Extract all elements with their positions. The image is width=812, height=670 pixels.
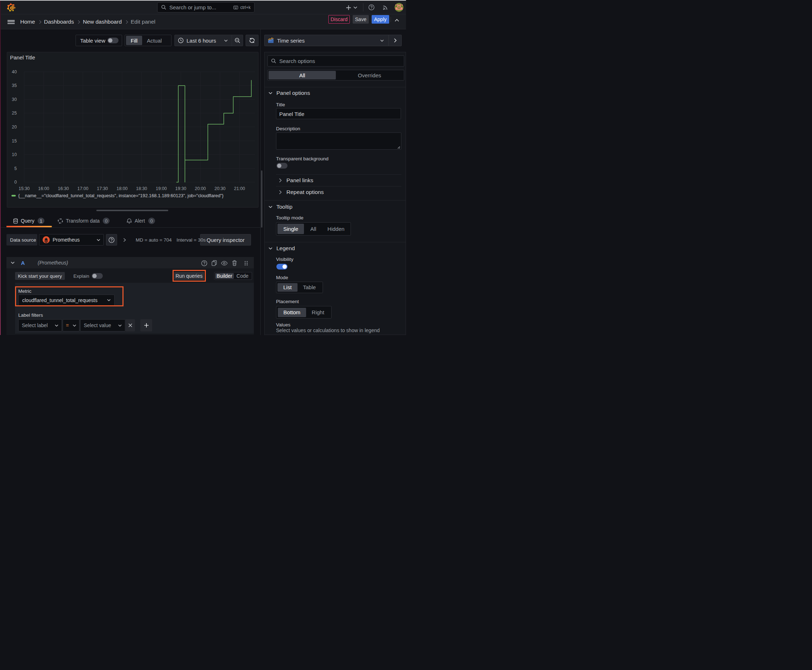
svg-text:16:00: 16:00 [38,186,49,191]
svg-text:10: 10 [12,152,17,157]
svg-text:20:00: 20:00 [195,186,206,191]
svg-text:5: 5 [14,166,17,171]
svg-text:15: 15 [12,139,17,144]
svg-text:16:30: 16:30 [58,186,69,191]
svg-text:15:30: 15:30 [19,186,30,191]
svg-text:18:00: 18:00 [117,186,128,191]
svg-text:{__name__="cloudflared_tunnel_: {__name__="cloudflared_tunnel_total_requ… [18,193,224,198]
svg-text:35: 35 [12,83,17,88]
svg-text:17:30: 17:30 [97,186,108,191]
svg-text:25: 25 [12,111,17,116]
svg-text:0: 0 [14,180,17,185]
svg-text:21:00: 21:00 [234,186,245,191]
svg-text:17:00: 17:00 [77,186,88,191]
svg-text:40: 40 [12,69,17,74]
svg-text:18:30: 18:30 [136,186,147,191]
svg-text:20:30: 20:30 [214,186,225,191]
svg-text:20: 20 [12,125,17,130]
svg-text:19:30: 19:30 [175,186,186,191]
svg-text:30: 30 [12,97,17,102]
svg-text:19:00: 19:00 [156,186,167,191]
